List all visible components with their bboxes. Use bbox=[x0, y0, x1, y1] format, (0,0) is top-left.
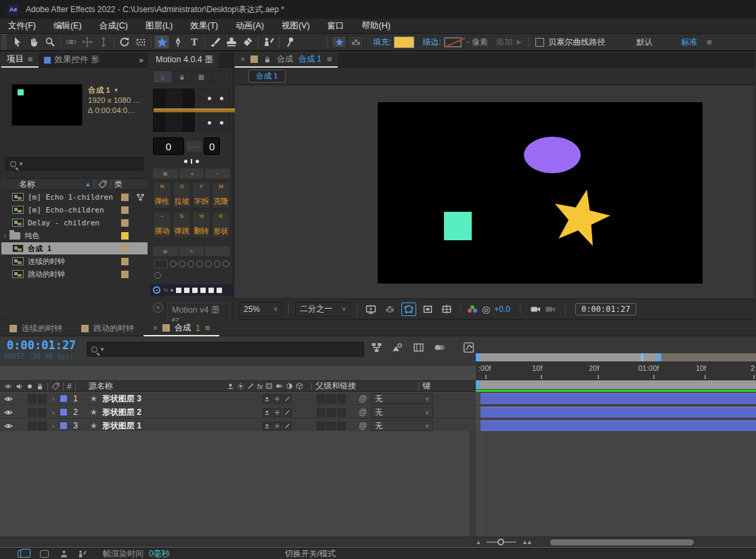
collapse-toggle[interactable] bbox=[273, 395, 282, 403]
motion-swatch-row2[interactable] bbox=[154, 272, 230, 279]
folder-expander-icon[interactable]: › bbox=[4, 232, 6, 240]
current-timecode[interactable]: 0:00:01:27 bbox=[7, 338, 76, 352]
adjustment-column-icon[interactable] bbox=[286, 382, 293, 390]
fill-color-swatch[interactable] bbox=[394, 37, 414, 48]
menu-window[interactable]: 窗口 bbox=[328, 20, 344, 32]
label-column-icon[interactable] bbox=[51, 382, 60, 390]
parent-select[interactable]: 无∨ bbox=[371, 393, 433, 404]
zoom-level-select[interactable]: 25% ∨ bbox=[239, 302, 282, 317]
workspace-menu-icon[interactable]: ≡ bbox=[707, 37, 712, 47]
stroke-color-swatch[interactable] bbox=[444, 37, 462, 47]
text-tool[interactable]: T bbox=[186, 35, 202, 49]
square-shape[interactable] bbox=[444, 212, 472, 240]
motion-wide-button[interactable]: ◉ bbox=[153, 246, 178, 256]
time-ruler[interactable]: :00f 10f 20f 01:00f 10f 2 bbox=[476, 361, 756, 380]
motion-blur-column-icon[interactable] bbox=[275, 382, 283, 390]
project-item[interactable]: 跳动的时钟 bbox=[1, 268, 148, 281]
star-shape[interactable] bbox=[555, 189, 610, 246]
layer-label-swatch[interactable] bbox=[60, 408, 68, 416]
project-search-input[interactable]: ▼ bbox=[5, 157, 143, 171]
motion-color-strip[interactable]: % bbox=[150, 284, 233, 296]
label-swatch[interactable] bbox=[121, 245, 129, 252]
layer-visibility-icon[interactable] bbox=[4, 422, 13, 430]
motion-mini-buttons[interactable]: ▫○▫ bbox=[186, 141, 202, 152]
quality-toggle[interactable] bbox=[283, 422, 292, 430]
toolbar-grip[interactable] bbox=[1, 35, 7, 49]
toggle-modes-icon[interactable] bbox=[78, 550, 87, 558]
dolly-camera-tool[interactable] bbox=[95, 35, 112, 49]
zoom-in-icon[interactable]: ▲▲ bbox=[522, 539, 531, 545]
motion-value-left[interactable]: 0 bbox=[153, 137, 184, 155]
timeline-tab[interactable]: 连续的时钟 bbox=[0, 321, 72, 336]
project-item[interactable]: [m] Echo 1-children bbox=[1, 191, 148, 204]
audio-toggle[interactable] bbox=[28, 408, 37, 417]
motion-tool-flip[interactable]: %翻转 bbox=[192, 211, 210, 238]
selection-tool[interactable] bbox=[9, 35, 26, 49]
layer-duration-bar[interactable] bbox=[481, 420, 756, 431]
motion-tool-clone[interactable]: M克隆 bbox=[212, 181, 230, 208]
column-name[interactable]: 名称 bbox=[19, 179, 35, 190]
layer-row[interactable]: › 2 ★ 形状图层 2 @ 无∨ bbox=[0, 406, 476, 419]
switch-placeholder[interactable] bbox=[337, 395, 346, 403]
more-tabs-icon[interactable]: » bbox=[139, 55, 143, 65]
project-item-selected[interactable]: 合成 1 bbox=[1, 242, 148, 255]
lock-icon[interactable] bbox=[263, 55, 271, 64]
layer-name[interactable]: 形状图层 3 bbox=[102, 393, 141, 405]
exposure-value[interactable]: +0.0 bbox=[494, 305, 510, 314]
timeline-navigator[interactable] bbox=[476, 353, 756, 361]
switch-placeholder[interactable] bbox=[327, 422, 336, 430]
fast-previews-icon[interactable] bbox=[363, 303, 378, 316]
project-panel-menu-icon[interactable]: ≡ bbox=[28, 54, 33, 64]
sort-icon[interactable]: ▲ bbox=[85, 181, 91, 187]
show-snapshot-icon[interactable] bbox=[545, 304, 556, 315]
solo-toggle[interactable] bbox=[38, 408, 47, 417]
menu-effect[interactable]: 效果(T) bbox=[190, 20, 218, 32]
video-column-icon[interactable] bbox=[4, 382, 12, 390]
graph-editor-icon[interactable] bbox=[463, 342, 474, 353]
solo-column-icon[interactable] bbox=[28, 384, 32, 388]
label-swatch[interactable] bbox=[121, 194, 129, 201]
comp-mini-flowchart-icon[interactable] bbox=[371, 342, 382, 353]
menu-animation[interactable]: 动画(A) bbox=[236, 20, 264, 32]
tab-effect-controls[interactable]: 效果控件 形 bbox=[39, 53, 105, 68]
solo-toggle[interactable] bbox=[38, 395, 47, 403]
motion-wide-button[interactable] bbox=[205, 246, 230, 256]
switch-placeholder[interactable] bbox=[317, 408, 326, 417]
tool-creates-mask-toggle[interactable] bbox=[349, 36, 363, 48]
audio-column-icon[interactable] bbox=[16, 382, 24, 390]
timeline-panel-menu-icon[interactable]: ≡ bbox=[205, 323, 210, 333]
layer-name[interactable]: 形状图层 2 bbox=[102, 407, 141, 418]
motion-tool-textsplit[interactable]: Y字拆 bbox=[192, 181, 210, 208]
toggle-transfer-controls-icon[interactable] bbox=[40, 550, 49, 558]
ellipse-shape[interactable] bbox=[524, 137, 581, 173]
composition-canvas[interactable] bbox=[378, 102, 703, 284]
region-of-interest-icon[interactable] bbox=[420, 303, 435, 316]
timeline-horizontal-scrollbar[interactable] bbox=[550, 539, 694, 545]
preview-time-field[interactable]: 0:00:01:27 bbox=[575, 303, 636, 315]
menu-edit[interactable]: 编辑(E) bbox=[53, 20, 82, 32]
take-snapshot-icon[interactable] bbox=[530, 304, 541, 315]
layer-visibility-icon[interactable] bbox=[4, 395, 13, 403]
motion-tool-stretch[interactable]: O拉坡 bbox=[173, 181, 191, 208]
eraser-tool[interactable] bbox=[240, 35, 256, 49]
switch-placeholder[interactable] bbox=[317, 422, 326, 430]
close-tab-icon[interactable]: × bbox=[153, 323, 158, 333]
menu-file[interactable]: 文件(F) bbox=[8, 20, 36, 32]
menu-composition[interactable]: 合成(C) bbox=[99, 20, 128, 32]
pen-tool[interactable] bbox=[170, 35, 186, 49]
transparency-grid-icon[interactable] bbox=[382, 303, 397, 316]
audio-toggle[interactable] bbox=[28, 395, 37, 403]
fx-column-icon[interactable]: fx bbox=[257, 382, 263, 390]
index-column[interactable]: # bbox=[67, 382, 72, 391]
timeline-search-input[interactable]: ▼ bbox=[87, 342, 364, 357]
frame-blending-icon[interactable] bbox=[413, 342, 424, 353]
layer-track[interactable] bbox=[476, 406, 756, 419]
layer-expander-icon[interactable]: › bbox=[52, 422, 54, 430]
rotation-tool[interactable] bbox=[116, 35, 133, 49]
timeline-tab[interactable]: 跳动的时钟 bbox=[72, 321, 143, 336]
flowchart-icon[interactable] bbox=[136, 193, 145, 202]
puppet-pin-tool[interactable] bbox=[282, 35, 298, 49]
channel-color-icon[interactable] bbox=[467, 305, 478, 313]
layer-row[interactable]: › 1 ★ 形状图层 3 @ 无∨ bbox=[0, 393, 476, 405]
tab-project[interactable]: 项目 ≡ bbox=[1, 53, 39, 68]
